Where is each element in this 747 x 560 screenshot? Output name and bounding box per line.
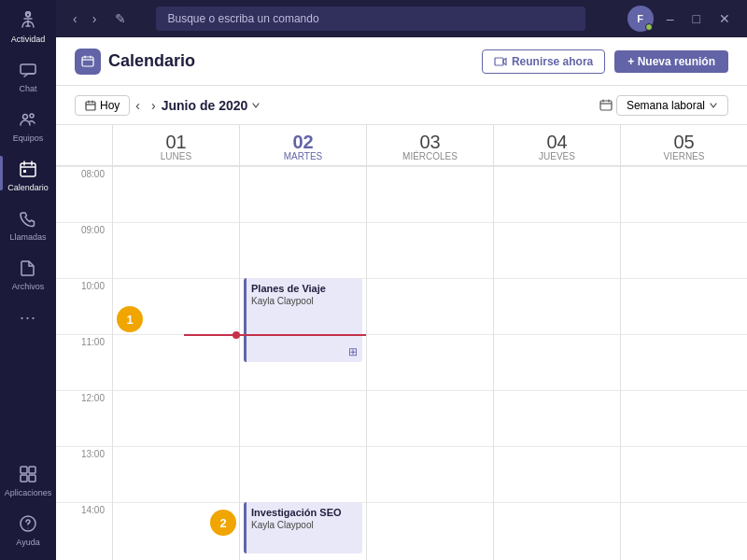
sidebar-label-actividad: Actividad [11, 35, 46, 44]
maximize-button[interactable]: □ [687, 9, 706, 28]
time-slot-1000: 10:00 [56, 278, 112, 334]
edit-button[interactable]: ✎ [109, 9, 132, 28]
event-planes-de-viaje[interactable]: Planes de Viaje Kayla Claypool ⊞ [244, 278, 362, 362]
day-name-03: miércoles [367, 151, 493, 161]
search-bar[interactable]: Busque o escriba un comando [156, 7, 585, 31]
sidebar-item-llamadas[interactable]: Llamadas [0, 198, 56, 247]
step-badge-1: 1 [117, 306, 143, 332]
view-selector-button[interactable]: Semana laboral [616, 95, 728, 116]
new-meeting-button[interactable]: + Nueva reunión [614, 50, 728, 73]
time-grid: 08:00 09:00 10:00 11:00 12:00 13:00 14:0… [56, 166, 747, 560]
hour-slot[interactable] [367, 334, 493, 390]
time-slot-1400: 14:00 [56, 502, 112, 558]
current-time-line [184, 334, 366, 336]
day-column-miercoles [366, 166, 493, 560]
hour-slot[interactable] [621, 278, 747, 334]
hour-slot[interactable] [240, 446, 366, 502]
topbar-right: F – □ ✕ [627, 6, 736, 32]
hour-slot[interactable] [494, 166, 620, 222]
event-subtitle-planes: Kayla Claypool [251, 295, 358, 307]
today-label: Hoy [100, 99, 120, 112]
hour-slot[interactable] [113, 390, 239, 446]
hour-slot[interactable] [621, 390, 747, 446]
hour-slot[interactable] [621, 446, 747, 502]
hour-slot[interactable] [240, 166, 366, 222]
day-column-martes: Planes de Viaje Kayla Claypool ⊞ Investi… [239, 166, 366, 560]
step-badge-2: 2 [210, 510, 236, 536]
hour-slot[interactable] [621, 502, 747, 558]
hour-slot[interactable] [113, 446, 239, 502]
event-investigacion-seo[interactable]: Investigación SEO Kayla Claypool [244, 502, 362, 553]
day-header-04: 04 jueves [493, 125, 620, 165]
avatar-status-badge [645, 23, 653, 31]
back-button[interactable]: ‹ [67, 9, 83, 28]
hour-slot[interactable] [367, 278, 493, 334]
sidebar-item-actividad[interactable]: Actividad [0, 0, 56, 49]
day-num-05: 05 [621, 133, 747, 151]
new-meeting-label: + Nueva reunión [627, 55, 715, 68]
minimize-button[interactable]: – [661, 9, 680, 28]
more-icon: ··· [17, 306, 39, 329]
day-num-02: 02 [240, 133, 366, 151]
sidebar-item-more[interactable]: ··· [0, 297, 56, 334]
hour-slot[interactable] [494, 334, 620, 390]
day-header-05: 05 viernes [620, 125, 747, 165]
event-title-planes: Planes de Viaje [251, 282, 358, 295]
calendar-grid: 01 lunes 02 martes 03 miércoles 04 jueve… [56, 125, 747, 560]
calls-icon [17, 207, 39, 230]
svg-point-2 [23, 115, 28, 119]
prev-period-button[interactable]: ‹ [130, 96, 146, 115]
meet-now-label: Reunirse ahora [512, 55, 593, 68]
sidebar-item-ayuda[interactable]: Ayuda [0, 503, 56, 553]
sidebar-item-aplicaciones[interactable]: Aplicaciones [0, 454, 56, 503]
hour-slot[interactable] [367, 446, 493, 502]
svg-point-11 [28, 528, 29, 529]
time-slot-1100: 11:00 [56, 334, 112, 390]
svg-rect-6 [21, 467, 27, 473]
forward-button[interactable]: › [87, 9, 103, 28]
sidebar-item-archivos[interactable]: Archivos [0, 247, 56, 297]
sidebar-label-llamadas: Llamadas [9, 232, 46, 242]
sidebar-item-chat[interactable]: Chat [0, 49, 56, 99]
calendar-title-text: Calendario [108, 51, 195, 71]
teams-icon [17, 108, 39, 131]
hour-slot[interactable] [494, 222, 620, 278]
day-name-05: viernes [621, 151, 747, 161]
hour-slot[interactable] [621, 222, 747, 278]
hour-slot[interactable] [367, 502, 493, 558]
svg-rect-8 [21, 475, 27, 482]
month-label[interactable]: Junio de 2020 [162, 98, 261, 113]
hour-slot[interactable] [240, 222, 366, 278]
day-column-jueves [493, 166, 620, 560]
next-period-button[interactable]: › [146, 96, 162, 115]
day-num-04: 04 [494, 133, 620, 151]
hour-slot[interactable] [621, 166, 747, 222]
sidebar-item-calendario[interactable]: Calendario [0, 148, 56, 198]
avatar[interactable]: F [627, 6, 654, 32]
hour-slot[interactable] [113, 334, 239, 390]
hour-slot[interactable] [494, 446, 620, 502]
hour-slot[interactable] [621, 334, 747, 390]
sidebar-item-equipos[interactable]: Equipos [0, 99, 56, 148]
hour-slot[interactable] [494, 278, 620, 334]
sidebar-label-aplicaciones: Aplicaciones [5, 488, 52, 497]
hour-slot[interactable] [367, 222, 493, 278]
today-button[interactable]: Hoy [75, 95, 130, 116]
hour-slot[interactable] [367, 390, 493, 446]
sidebar-label-equipos: Equipos [13, 133, 44, 143]
hour-slot[interactable] [113, 222, 239, 278]
close-button[interactable]: ✕ [713, 9, 736, 28]
calendar-title: Calendario [75, 49, 195, 75]
svg-rect-7 [29, 467, 35, 473]
hour-slot[interactable] [494, 390, 620, 446]
meet-now-button[interactable]: Reunirse ahora [482, 49, 605, 74]
svg-rect-14 [86, 102, 95, 110]
hour-slot[interactable] [367, 166, 493, 222]
sidebar-label-calendario: Calendario [7, 183, 49, 192]
hour-slot[interactable] [113, 166, 239, 222]
event-icon-planes: ⊞ [348, 345, 358, 358]
hour-slot[interactable] [240, 390, 366, 446]
hour-slot[interactable] [494, 502, 620, 558]
svg-rect-12 [82, 57, 93, 66]
day-header-02: 02 martes [239, 125, 366, 165]
